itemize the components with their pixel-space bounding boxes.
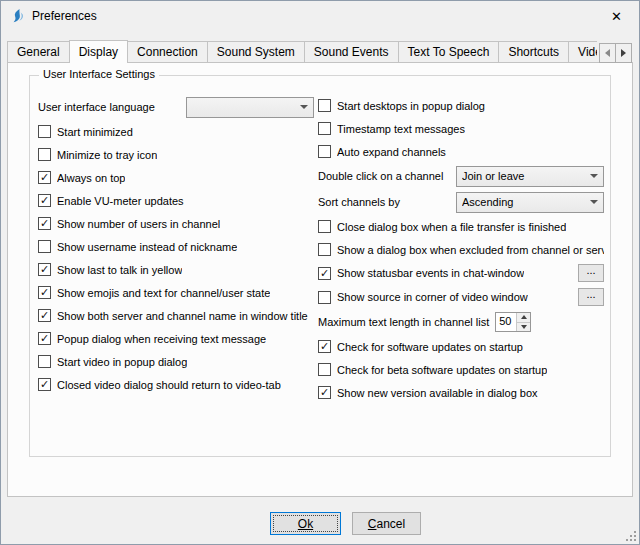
checkbox-start-video-in-popup-dialog[interactable] [38,355,51,368]
row-show-new-version-available-in-dialog-box[interactable]: ✓Show new version available in dialog bo… [318,381,604,404]
checkbox-show-new-version-available-in-dialog-box[interactable]: ✓ [318,386,331,399]
chevron-down-icon [300,105,308,109]
spinner-value[interactable]: 50 [496,313,516,331]
dropdown-value: Join or leave [462,170,586,182]
checkbox-show-emojis-and-text-for-channel-user-state[interactable]: ✓ [38,286,51,299]
tab-sound-events[interactable]: Sound Events [304,41,399,63]
checkbox-label: Check for software updates on startup [337,341,523,353]
row-start-minimized[interactable]: Start minimized [38,120,314,143]
tab-pane-display: User Interface Settings User interface l… [7,62,633,497]
checkbox-check-for-software-updates-on-startup[interactable]: ✓ [318,340,331,353]
tab-text-to-speech[interactable]: Text To Speech [398,41,500,63]
checkbox-show-statusbar-events-in-chat-window[interactable]: ✓ [318,267,331,280]
checkbox-minimize-to-tray-icon[interactable] [38,148,51,161]
field-label: Double click on a channel [318,170,456,182]
resize-grip[interactable] [624,529,637,542]
tab-display[interactable]: Display [69,40,128,63]
row-maximum-text-length-in-channel-list: Maximum text length in channel list50 [318,309,604,335]
checkbox-label: Show a dialog box when excluded from cha… [337,244,604,256]
title-bar[interactable]: Preferences ✕ [1,1,639,31]
checkbox-label: Closed video dialog should return to vid… [57,379,281,391]
checkbox-start-desktops-in-popup-dialog[interactable] [318,99,331,112]
spinner-maximum-text-length-in-channel-list: 50 [495,312,531,332]
checkbox-start-minimized[interactable] [38,125,51,138]
ellipsis-button-show-statusbar-events-in-chat-window[interactable]: ... [578,264,604,282]
tab-general[interactable]: General [7,41,70,63]
row-popup-dialog-when-receiving-text-message[interactable]: ✓Popup dialog when receiving text messag… [38,327,314,350]
row-show-a-dialog-box-when-excluded-from-channel-or-server[interactable]: Show a dialog box when excluded from cha… [318,238,604,261]
checkbox-label: Popup dialog when receiving text message [57,333,266,345]
checkbox-always-on-top[interactable]: ✓ [38,171,51,184]
row-show-both-server-and-channel-name-in-window-title[interactable]: ✓Show both server and channel name in wi… [38,304,314,327]
language-select[interactable] [186,97,314,118]
checkbox-label: Auto expand channels [337,146,446,158]
row-auto-expand-channels[interactable]: Auto expand channels [318,140,604,163]
ellipsis-button-show-source-in-corner-of-video-window[interactable]: ... [578,288,604,306]
row-timestamp-text-messages[interactable]: Timestamp text messages [318,117,604,140]
row-enable-vu-meter-updates[interactable]: ✓Enable VU-meter updates [38,189,314,212]
checkbox-label: Start video in popup dialog [57,356,187,368]
checkbox-show-username-instead-of-nickname[interactable] [38,240,51,253]
row-close-dialog-box-when-a-file-transfer-is-finished[interactable]: Close dialog box when a file transfer is… [318,215,604,238]
checkbox-label: Show new version available in dialog box [337,387,538,399]
checkbox-show-number-of-users-in-channel[interactable]: ✓ [38,217,51,230]
row-show-last-to-talk-in-yellow[interactable]: ✓Show last to talk in yellow [38,258,314,281]
row-check-for-beta-software-updates-on-startup[interactable]: Check for beta software updates on start… [318,358,604,381]
cancel-button[interactable]: Cancel [352,512,421,535]
row-closed-video-dialog-should-return-to-video-tab[interactable]: ✓Closed video dialog should return to vi… [38,373,314,396]
close-button[interactable]: ✕ [594,1,639,31]
right-arrow-icon [621,49,626,57]
tab-video[interactable]: Video [568,41,597,63]
checkbox-timestamp-text-messages[interactable] [318,122,331,135]
checkbox-label: Check for beta software updates on start… [337,364,547,376]
row-start-video-in-popup-dialog[interactable]: Start video in popup dialog [38,350,314,373]
row-show-number-of-users-in-channel[interactable]: ✓Show number of users in channel [38,212,314,235]
row-minimize-to-tray-icon[interactable]: Minimize to tray icon [38,143,314,166]
tab-sound-system[interactable]: Sound System [207,41,305,63]
dropdown-double-click-on-a-channel[interactable]: Join or leave [456,166,604,187]
checkbox-label: Show source in corner of video window [337,291,528,303]
cancel-label: Cancel [368,517,405,531]
checkbox-label: Enable VU-meter updates [57,195,184,207]
checkbox-check-for-beta-software-updates-on-startup[interactable] [318,363,331,376]
tab-scroll-left-button[interactable] [599,43,616,63]
right-column: Start desktops in popup dialogTimestamp … [318,94,604,404]
row-always-on-top[interactable]: ✓Always on top [38,166,314,189]
tab-connection[interactable]: Connection [127,41,208,63]
checkbox-show-last-to-talk-in-yellow[interactable]: ✓ [38,263,51,276]
dropdown-sort-channels-by[interactable]: Ascending [456,192,604,213]
tab-shortcuts[interactable]: Shortcuts [498,41,569,63]
checkbox-enable-vu-meter-updates[interactable]: ✓ [38,194,51,207]
checkbox-label: Show number of users in channel [57,218,220,230]
tab-scroll-right-button[interactable] [615,43,632,63]
checkbox-show-source-in-corner-of-video-window[interactable] [318,291,331,304]
row-show-source-in-corner-of-video-window[interactable]: Show source in corner of video window... [318,285,604,309]
checkbox-show-both-server-and-channel-name-in-window-title[interactable]: ✓ [38,309,51,322]
row-check-for-software-updates-on-startup[interactable]: ✓Check for software updates on startup [318,335,604,358]
row-start-desktops-in-popup-dialog[interactable]: Start desktops in popup dialog [318,94,604,117]
checkbox-label: Show last to talk in yellow [57,264,182,276]
spinner-up-button[interactable] [517,313,530,323]
left-column: User interface language Start minimizedM… [38,94,314,404]
field-label: Maximum text length in channel list [318,316,489,328]
checkbox-label: Timestamp text messages [337,123,465,135]
checkbox-auto-expand-channels[interactable] [318,145,331,158]
row-user-interface-language: User interface language [38,94,314,120]
row-show-emojis-and-text-for-channel-user-state[interactable]: ✓Show emojis and text for channel/user s… [38,281,314,304]
left-arrow-icon [605,49,610,57]
checkbox-closed-video-dialog-should-return-to-video-tab[interactable]: ✓ [38,378,51,391]
down-arrow-icon [521,325,527,329]
checkbox-label: Start desktops in popup dialog [337,100,485,112]
checkbox-close-dialog-box-when-a-file-transfer-is-finished[interactable] [318,220,331,233]
spinner-down-button[interactable] [517,323,530,332]
row-double-click-on-a-channel: Double click on a channelJoin or leave [318,163,604,189]
checkbox-label: Close dialog box when a file transfer is… [337,221,566,233]
dropdown-value: Ascending [462,196,586,208]
checkbox-popup-dialog-when-receiving-text-message[interactable]: ✓ [38,332,51,345]
checkbox-show-a-dialog-box-when-excluded-from-channel-or-server[interactable] [318,243,331,256]
row-show-statusbar-events-in-chat-window[interactable]: ✓Show statusbar events in chat-window... [318,261,604,285]
tab-scroll-control [600,43,632,63]
settings-columns: User interface language Start minimizedM… [38,94,604,404]
row-show-username-instead-of-nickname[interactable]: Show username instead of nickname [38,235,314,258]
ok-button[interactable]: Ok [270,512,341,535]
